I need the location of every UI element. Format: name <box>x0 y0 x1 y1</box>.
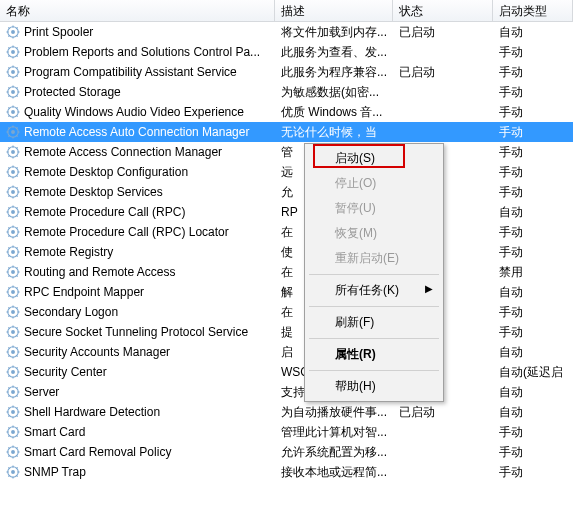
gear-icon <box>6 145 20 159</box>
service-name: Security Accounts Manager <box>24 345 170 359</box>
table-row[interactable]: Shell Hardware Detection为自动播放硬件事...已启动自动 <box>0 402 573 422</box>
service-startup: 手动 <box>493 124 573 141</box>
service-name: Secondary Logon <box>24 305 118 319</box>
service-startup: 手动 <box>493 324 573 341</box>
gear-icon <box>6 245 20 259</box>
service-startup: 手动 <box>493 464 573 481</box>
table-row[interactable]: Secondary Logon在手动 <box>0 302 573 322</box>
menu-start[interactable]: 启动(S) <box>307 146 441 171</box>
svg-point-211 <box>11 450 15 454</box>
service-desc: 为自动播放硬件事... <box>275 404 393 421</box>
gear-icon <box>6 265 20 279</box>
table-row[interactable]: Secure Socket Tunneling Protocol Service… <box>0 322 573 342</box>
table-row[interactable]: Security CenterWSCSVC(Windo...已启动自动(延迟启 <box>0 362 573 382</box>
svg-point-21 <box>11 70 15 74</box>
svg-point-91 <box>11 210 15 214</box>
service-desc: 无论什么时候，当 <box>275 124 393 141</box>
table-row[interactable]: Smart Card管理此计算机对智...手动 <box>0 422 573 442</box>
service-name: Remote Access Connection Manager <box>24 145 222 159</box>
gear-icon <box>6 205 20 219</box>
gear-icon <box>6 325 20 339</box>
context-menu: 启动(S) 停止(O) 暂停(U) 恢复(M) 重新启动(E) 所有任务(K)▶… <box>304 143 444 402</box>
gear-icon <box>6 405 20 419</box>
menu-alltasks[interactable]: 所有任务(K)▶ <box>307 278 441 303</box>
service-name: Smart Card <box>24 425 85 439</box>
service-startup: 自动 <box>493 404 573 421</box>
menu-separator <box>309 274 439 275</box>
svg-point-11 <box>11 50 15 54</box>
menu-separator <box>309 370 439 371</box>
table-row[interactable]: Routing and Remote Access在禁用 <box>0 262 573 282</box>
gear-icon <box>6 65 20 79</box>
service-name: SNMP Trap <box>24 465 86 479</box>
service-name: Remote Registry <box>24 245 113 259</box>
menu-help[interactable]: 帮助(H) <box>307 374 441 399</box>
svg-point-41 <box>11 110 15 114</box>
gear-icon <box>6 425 20 439</box>
service-startup: 手动 <box>493 64 573 81</box>
table-row[interactable]: Protected Storage为敏感数据(如密...手动 <box>0 82 573 102</box>
svg-point-31 <box>11 90 15 94</box>
svg-point-71 <box>11 170 15 174</box>
menu-separator <box>309 338 439 339</box>
gear-icon <box>6 345 20 359</box>
service-name: Shell Hardware Detection <box>24 405 160 419</box>
svg-point-111 <box>11 250 15 254</box>
service-startup: 自动 <box>493 24 573 41</box>
header-status[interactable]: 状态 <box>393 0 493 21</box>
table-row[interactable]: Remote Desktop Services允手动 <box>0 182 573 202</box>
gear-icon <box>6 365 20 379</box>
gear-icon <box>6 305 20 319</box>
table-row[interactable]: Security Accounts Manager启自动 <box>0 342 573 362</box>
svg-point-121 <box>11 270 15 274</box>
service-startup: 自动 <box>493 344 573 361</box>
table-row[interactable]: Quality Windows Audio Video Experience优质… <box>0 102 573 122</box>
table-row[interactable]: Remote Access Connection Manager管手动 <box>0 142 573 162</box>
gear-icon <box>6 225 20 239</box>
service-startup: 手动 <box>493 424 573 441</box>
service-startup: 手动 <box>493 104 573 121</box>
header-desc[interactable]: 描述 <box>275 0 393 21</box>
service-name: Remote Procedure Call (RPC) Locator <box>24 225 229 239</box>
table-row[interactable]: SNMP Trap接收本地或远程简...手动 <box>0 462 573 482</box>
gear-icon <box>6 85 20 99</box>
service-name: Remote Desktop Configuration <box>24 165 188 179</box>
table-row[interactable]: Smart Card Removal Policy允许系统配置为移...手动 <box>0 442 573 462</box>
service-desc: 此服务为程序兼容... <box>275 64 393 81</box>
service-desc: 管理此计算机对智... <box>275 424 393 441</box>
svg-point-81 <box>11 190 15 194</box>
menu-properties[interactable]: 属性(R) <box>307 342 441 367</box>
service-name: Remote Access Auto Connection Manager <box>24 125 249 139</box>
service-status: 已启动 <box>393 24 493 41</box>
gear-icon <box>6 465 20 479</box>
menu-separator <box>309 306 439 307</box>
svg-point-221 <box>11 470 15 474</box>
header-name[interactable]: 名称 <box>0 0 275 21</box>
table-row[interactable]: Program Compatibility Assistant Service此… <box>0 62 573 82</box>
svg-point-201 <box>11 430 15 434</box>
table-row[interactable]: Remote Procedure Call (RPC)RP自动 <box>0 202 573 222</box>
header-startup[interactable]: 启动类型 <box>493 0 573 21</box>
table-row[interactable]: Remote Desktop Configuration远手动 <box>0 162 573 182</box>
table-row[interactable]: Remote Procedure Call (RPC) Locator在手动 <box>0 222 573 242</box>
table-row[interactable]: RPC Endpoint Mapper解自动 <box>0 282 573 302</box>
gear-icon <box>6 445 20 459</box>
menu-restart: 重新启动(E) <box>307 246 441 271</box>
service-startup: 自动 <box>493 204 573 221</box>
service-startup: 手动 <box>493 304 573 321</box>
table-row[interactable]: Problem Reports and Solutions Control Pa… <box>0 42 573 62</box>
table-row[interactable]: Remote Registry使手动 <box>0 242 573 262</box>
service-status: 已启动 <box>393 64 493 81</box>
service-startup: 手动 <box>493 224 573 241</box>
svg-point-191 <box>11 410 15 414</box>
menu-refresh[interactable]: 刷新(F) <box>307 310 441 335</box>
service-startup: 自动 <box>493 384 573 401</box>
svg-point-51 <box>11 130 15 134</box>
service-startup: 手动 <box>493 84 573 101</box>
service-name: Remote Procedure Call (RPC) <box>24 205 185 219</box>
table-row[interactable]: Print Spooler将文件加载到内存...已启动自动 <box>0 22 573 42</box>
table-row[interactable]: Remote Access Auto Connection Manager无论什… <box>0 122 573 142</box>
service-desc: 此服务为查看、发... <box>275 44 393 61</box>
table-row[interactable]: Server支持此计算机通过...已启动自动 <box>0 382 573 402</box>
menu-resume: 恢复(M) <box>307 221 441 246</box>
